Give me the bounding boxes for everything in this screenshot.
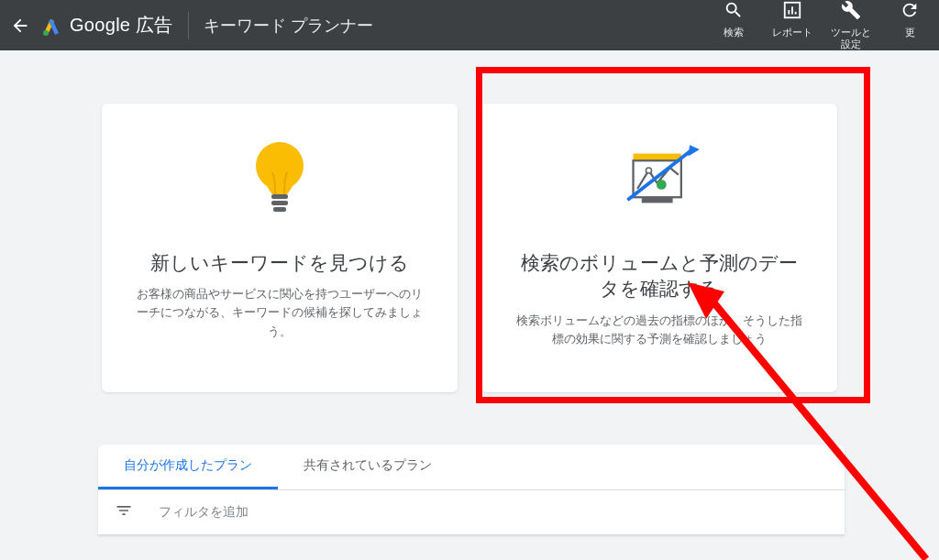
card-find-keywords[interactable]: 新しいキーワードを見つける お客様の商品やサービスに関心を持つユーザーへのリーチ…	[102, 104, 458, 392]
card-search-volume[interactable]: 検索のボリュームと予測のデータを確認する 検索ボリュームなどの過去の指標のほか、…	[481, 104, 837, 392]
header-divider	[188, 12, 189, 39]
tab-my-plans[interactable]: 自分が作成したプラン	[98, 445, 278, 489]
svg-point-11	[646, 168, 651, 173]
more-action[interactable]: 更	[889, 0, 930, 38]
search-icon	[724, 0, 744, 24]
filter-row[interactable]: フィルタを追加	[98, 490, 845, 535]
chart-forecast-icon	[613, 129, 705, 230]
card-volume-desc: 検索ボリュームなどの過去の指標のほか、そうした指標の効果に関する予測を確認しまし…	[513, 312, 806, 348]
wrench-icon	[841, 0, 861, 24]
refresh-icon	[900, 0, 920, 24]
google-ads-logo-icon	[40, 15, 62, 37]
brand-name: Google 広告	[70, 13, 173, 38]
back-button[interactable]	[9, 15, 31, 37]
main-content: 新しいキーワードを見つける お客様の商品やサービスに関心を持つユーザーへのリーチ…	[0, 50, 939, 392]
svg-point-0	[43, 30, 49, 36]
svg-rect-6	[271, 194, 288, 199]
tab-shared-plans[interactable]: 共有されているプラン	[278, 445, 458, 489]
reports-action[interactable]: レポート	[772, 0, 812, 38]
card-find-title: 新しいキーワードを見つける	[150, 250, 409, 276]
header-actions: 検索 レポート ツールと 設定 更	[713, 0, 930, 50]
card-volume-title: 検索のボリュームと予測のデータを確認する	[513, 250, 806, 302]
svg-rect-8	[273, 207, 286, 212]
more-label: 更	[905, 27, 915, 38]
reports-label: レポート	[772, 27, 812, 38]
app-header: Google 広告 キーワード プランナー 検索 レポート ツールと 設定 更	[0, 0, 939, 50]
search-label: 検索	[724, 27, 744, 38]
svg-point-12	[657, 180, 667, 190]
brand-block[interactable]: Google 広告	[40, 13, 173, 38]
search-action[interactable]: 検索	[713, 0, 754, 38]
add-filter-text: フィルタを追加	[159, 504, 249, 521]
page-title: キーワード プランナー	[204, 15, 373, 37]
svg-rect-13	[642, 197, 673, 203]
tabs-row: 自分が作成したプラン 共有されているプラン	[98, 445, 845, 490]
svg-rect-7	[271, 201, 288, 205]
bar-chart-icon	[782, 0, 802, 24]
card-find-desc: お客様の商品やサービスに関心を持つユーザーへのリーチにつながる、キーワードの候補…	[133, 285, 426, 340]
filter-icon	[115, 501, 133, 523]
tools-settings-label: ツールと 設定	[831, 27, 871, 50]
svg-marker-15	[689, 145, 700, 156]
lightbulb-icon	[234, 129, 326, 230]
tools-settings-action[interactable]: ツールと 設定	[831, 0, 871, 50]
plans-panel: 自分が作成したプラン 共有されているプラン フィルタを追加	[98, 445, 845, 535]
